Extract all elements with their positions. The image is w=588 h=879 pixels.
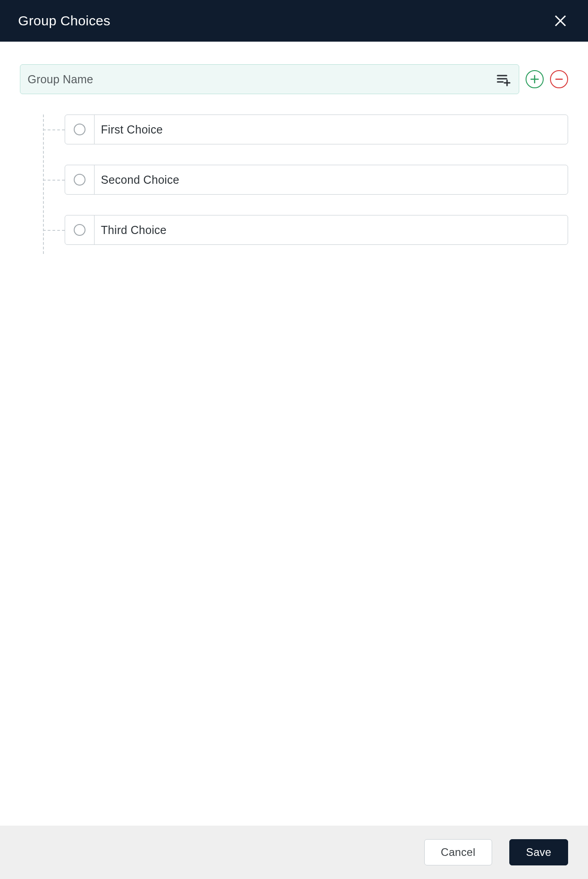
group-name-field-wrap — [20, 64, 519, 94]
plus-icon — [530, 74, 540, 84]
playlist-add-icon — [495, 71, 512, 88]
radio-icon — [74, 124, 85, 135]
choices-tree — [43, 115, 568, 245]
choice-radio-cell[interactable] — [65, 115, 95, 144]
choice-item — [65, 215, 568, 245]
choice-item — [65, 165, 568, 195]
choice-row — [43, 115, 568, 144]
close-icon — [554, 14, 567, 28]
radio-icon — [74, 174, 85, 186]
dialog-footer: Cancel Save — [0, 826, 588, 879]
group-name-input[interactable] — [27, 72, 493, 86]
dialog-header: Group Choices — [0, 0, 588, 42]
choice-row — [43, 215, 568, 245]
tree-connector — [43, 129, 65, 130]
minus-icon — [554, 74, 564, 84]
dialog-title: Group Choices — [18, 13, 110, 29]
add-group-button[interactable] — [526, 70, 544, 88]
dialog-body — [0, 42, 588, 245]
group-row — [20, 64, 568, 94]
save-button[interactable]: Save — [509, 839, 568, 865]
radio-icon — [74, 224, 85, 236]
close-button[interactable] — [551, 11, 570, 30]
tree-connector — [43, 230, 65, 231]
add-subitem-button[interactable] — [493, 69, 513, 89]
choice-label-input[interactable] — [95, 123, 568, 136]
remove-group-button[interactable] — [550, 70, 568, 88]
choice-row — [43, 165, 568, 195]
tree-connector — [43, 180, 65, 181]
choice-label-input[interactable] — [95, 224, 568, 237]
choice-label-input[interactable] — [95, 173, 568, 186]
choice-item — [65, 115, 568, 144]
choice-radio-cell[interactable] — [65, 165, 95, 194]
choice-radio-cell[interactable] — [65, 215, 95, 244]
cancel-button[interactable]: Cancel — [424, 839, 493, 865]
